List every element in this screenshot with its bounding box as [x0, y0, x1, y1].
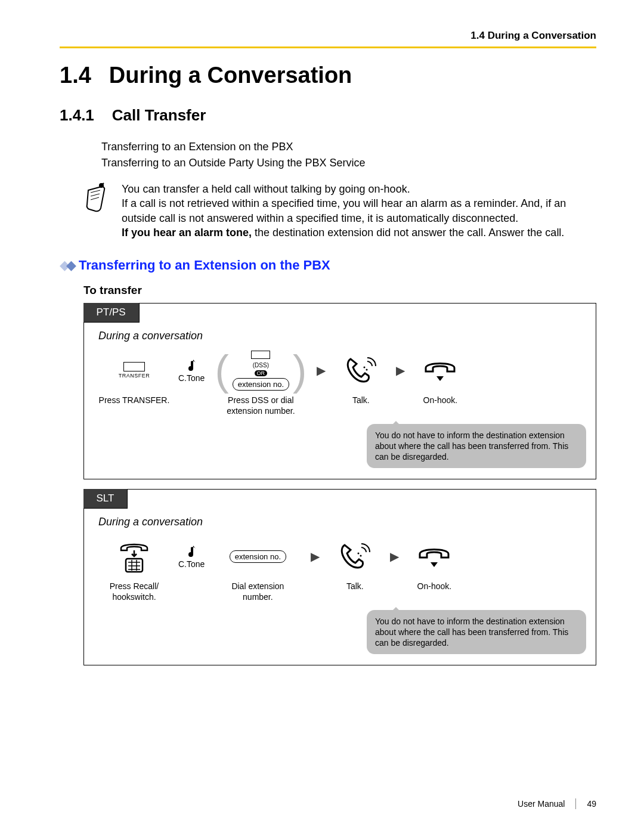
ctone-label: C.Tone [178, 373, 205, 383]
paren-left-icon: ( [215, 358, 228, 383]
paren-right-icon: ) [293, 358, 306, 383]
context-label: During a conversation [98, 516, 586, 528]
handset-talk-icon [339, 541, 371, 571]
onhook-icon [422, 358, 458, 382]
step-onhook: On-hook. [407, 535, 461, 592]
ctone-indicator: C.Tone [178, 349, 205, 391]
footer-page: 49 [587, 799, 596, 809]
dss-key-icon [251, 351, 270, 359]
svg-point-1 [364, 367, 366, 368]
procedure-box-slt: SLT During a conversation [83, 489, 596, 665]
tip-bubble: You do not have to inform the destinatio… [367, 424, 586, 469]
hookswitch-icon [117, 538, 151, 574]
section-title: During a Conversation [109, 63, 352, 88]
top-rule [60, 47, 596, 48]
arrow-icon: ▶ [317, 349, 326, 391]
blue-subheading-title: Transferring to an Extension on the PBX [79, 258, 330, 273]
note-rest: the destination extension did not answer… [252, 227, 564, 239]
dss-label: (DSS) [253, 362, 269, 368]
note-icon [83, 182, 111, 240]
step-caption: Dial extension number. [231, 581, 284, 602]
step-dss-or-ext: ( (DSS) OR extension no. ) Press DSS or … [213, 349, 308, 416]
procedure-tab: SLT [83, 489, 128, 509]
transfer-key-icon [123, 362, 145, 371]
step-caption: Press Recall/ hookswitch. [110, 581, 159, 602]
music-note-icon [185, 544, 198, 559]
step-onhook: On-hook. [413, 349, 467, 405]
step-recall: Press Recall/ hookswitch. [98, 535, 170, 602]
extension-pill: extension no. [233, 378, 289, 391]
note-line: If you hear an alarm tone, the destinati… [122, 225, 596, 240]
running-head: 1.4 During a Conversation [60, 30, 596, 42]
step-caption: Press DSS or dial extension number. [227, 395, 295, 416]
step-caption: On-hook. [423, 395, 458, 405]
blue-subheading: ◆◆ Transferring to an Extension on the P… [60, 258, 596, 273]
procedure-title: To transfer [83, 284, 596, 297]
step-caption: Talk. [352, 395, 370, 405]
section-number: 1.4 [60, 63, 91, 88]
subsection-number: 1.4.1 [60, 106, 94, 125]
subsection-heading: 1.4.1 Call Transfer [60, 106, 596, 125]
page: 1.4 During a Conversation 1.4 During a C… [0, 0, 644, 833]
toc-item: Transferring to an Outside Party Using t… [101, 155, 596, 171]
context-label: During a conversation [98, 330, 586, 342]
ctone-label: C.Tone [178, 559, 205, 569]
step-ext: extension no. Dial extension number. [213, 535, 302, 602]
svg-point-9 [358, 553, 360, 555]
music-note-icon [185, 358, 198, 373]
steps-row: Press Recall/ hookswitch. C.Tone extensi… [98, 535, 586, 602]
step-caption: On-hook. [417, 581, 452, 592]
ctone-indicator: C.Tone [178, 535, 205, 577]
svg-point-10 [360, 555, 362, 557]
note-text: You can transfer a held call without tal… [122, 182, 596, 240]
step-talk: Talk. [328, 535, 382, 592]
step-transfer: TRANSFER Press TRANSFER. [98, 349, 170, 405]
transfer-key-label: TRANSFER [119, 373, 150, 379]
subsection-title: Call Transfer [112, 106, 206, 125]
arrow-icon: ▶ [396, 349, 405, 391]
procedure-box-ptps: PT/PS During a conversation TRANSFER Pre… [83, 303, 596, 479]
section-heading: 1.4 During a Conversation [60, 63, 596, 88]
arrow-icon: ▶ [311, 535, 320, 577]
toc-list: Transferring to an Extension on the PBX … [101, 139, 596, 171]
step-caption: Press TRANSFER. [99, 395, 170, 405]
procedure-tab: PT/PS [83, 303, 140, 323]
footer-label: User Manual [518, 799, 565, 809]
step-caption: Talk. [346, 581, 364, 592]
step-talk: Talk. [334, 349, 388, 405]
note-block: You can transfer a held call without tal… [83, 182, 596, 240]
arrow-icon: ▶ [390, 535, 399, 577]
onhook-icon [416, 544, 452, 568]
footer-divider [575, 798, 576, 809]
or-badge: OR [255, 370, 268, 376]
steps-row: TRANSFER Press TRANSFER. C.Tone ( [98, 349, 586, 416]
diamond-bullet-icon: ◆◆ [60, 258, 73, 273]
note-line: You can transfer a held call without tal… [122, 182, 596, 196]
tip-bubble: You do not have to inform the destinatio… [367, 610, 586, 655]
extension-pill: extension no. [230, 550, 286, 563]
page-footer: User Manual 49 [518, 798, 596, 809]
note-line: If a call is not retrieved within a spec… [122, 196, 596, 225]
handset-talk-icon [345, 355, 377, 385]
toc-item: Transferring to an Extension on the PBX [101, 139, 596, 155]
note-bold: If you hear an alarm tone, [122, 227, 252, 239]
svg-point-2 [366, 369, 368, 371]
